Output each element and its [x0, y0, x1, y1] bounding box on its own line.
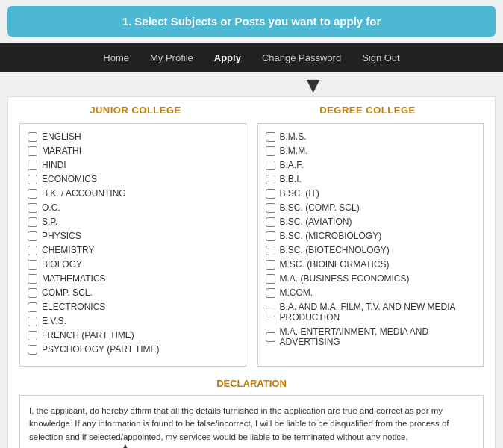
subject-checkbox[interactable] — [28, 260, 37, 270]
subject-checkbox[interactable] — [28, 345, 37, 355]
list-item: BIOLOGY — [28, 259, 238, 270]
subject-checkbox[interactable] — [266, 332, 275, 342]
list-item: PHYSICS — [28, 231, 238, 241]
list-item: S.P. — [28, 217, 238, 227]
navbar: Home My Profile Apply Change Password Si… — [0, 43, 503, 72]
subject-checkbox[interactable] — [28, 231, 37, 241]
list-item: B.SC. (MICROBIOLOGY) — [266, 231, 476, 241]
list-item: B.M.S. — [266, 131, 476, 142]
subject-checkbox[interactable] — [266, 161, 275, 170]
subject-checkbox[interactable] — [28, 302, 37, 312]
list-item: MARATHI — [28, 146, 238, 156]
list-item: B.B.I. — [266, 174, 476, 184]
list-item: ECONOMICS — [28, 174, 238, 184]
navbar-links: Home My Profile Apply Change Password Si… — [93, 45, 410, 71]
step1-label: 1. Select Subjects or Posts you want to … — [122, 15, 381, 28]
list-item: O.C. — [28, 202, 238, 213]
list-item: B.SC. (BIOTECHNOLOGY) — [266, 245, 476, 255]
list-item: PSYCHOLOGY (PART TIME) — [28, 344, 238, 355]
list-item: COMP. SCL. — [28, 287, 238, 298]
list-item: ENGLISH — [28, 131, 238, 142]
list-item: MATHEMATICS — [28, 273, 238, 284]
subject-checkbox[interactable] — [28, 274, 37, 284]
list-item: B.SC. (COMP. SCL) — [266, 202, 476, 213]
arrow-down-icon: ▼ — [123, 74, 503, 96]
subject-checkbox[interactable] — [28, 217, 37, 227]
subject-checkbox[interactable] — [28, 175, 37, 184]
nav-apply[interactable]: Apply — [204, 45, 251, 71]
list-item: B.SC. (AVIATION) — [266, 217, 476, 227]
list-item: B.A. AND M.A. FILM, T.V. AND NEW MEDIA P… — [266, 302, 476, 323]
subject-checkbox[interactable] — [266, 288, 275, 298]
declaration-title: DECLARATION — [19, 378, 484, 389]
list-item: M.SC. (BIOINFORMATICS) — [266, 259, 476, 270]
nav-my-profile[interactable]: My Profile — [140, 45, 204, 71]
subject-checkbox[interactable] — [266, 308, 275, 317]
subject-checkbox[interactable] — [266, 217, 275, 227]
list-item: B.A.F. — [266, 160, 476, 170]
subject-checkbox[interactable] — [28, 132, 37, 142]
list-item: ELECTRONICS — [28, 302, 238, 312]
subject-checkbox[interactable] — [28, 246, 37, 255]
list-item: B.M.M. — [266, 146, 476, 156]
nav-home[interactable]: Home — [93, 45, 140, 71]
subject-checkbox[interactable] — [28, 146, 37, 156]
list-item: E.V.S. — [28, 316, 238, 326]
subject-checkbox[interactable] — [28, 331, 37, 340]
subject-checkbox[interactable] — [28, 203, 37, 213]
list-item: B.SC. (IT) — [266, 188, 476, 199]
list-item: M.A. (BUSINESS ECONOMICS) — [266, 273, 476, 284]
declaration-box: I, the applicant, do hereby affirm that … — [19, 395, 484, 448]
subject-checkbox[interactable] — [266, 246, 275, 255]
subject-checkbox[interactable] — [28, 288, 37, 298]
degree-college-column: B.M.S. B.M.M. B.A.F. B.B.I. B.SC. (IT) B… — [257, 123, 484, 367]
list-item: FRENCH (PART TIME) — [28, 330, 238, 340]
subject-columns: ENGLISH MARATHI HINDI ECONOMICS B.K. / A… — [19, 123, 484, 367]
nav-sign-out[interactable]: Sign Out — [352, 45, 410, 71]
subject-checkbox[interactable] — [266, 146, 275, 156]
list-item: B.K. / ACCOUNTING — [28, 188, 238, 199]
subject-checkbox[interactable] — [28, 189, 37, 199]
list-item: M.A. ENTERTAINMENT, MEDIA AND ADVERTISIN… — [266, 326, 476, 347]
subject-checkbox[interactable] — [266, 260, 275, 270]
columns-header: JUNIOR COLLEGE DEGREE COLLEGE — [19, 105, 484, 116]
arrow-up-icon: ▲ — [116, 438, 135, 448]
degree-college-header: DEGREE COLLEGE — [251, 105, 484, 116]
declaration-section: DECLARATION I, the applicant, do hereby … — [19, 378, 484, 448]
subject-checkbox[interactable] — [266, 175, 275, 184]
list-item: CHEMISTRY — [28, 245, 238, 255]
nav-change-password[interactable]: Change Password — [251, 45, 352, 71]
subject-checkbox[interactable] — [266, 274, 275, 284]
main-content: JUNIOR COLLEGE DEGREE COLLEGE ENGLISH MA… — [7, 96, 496, 448]
junior-college-column: ENGLISH MARATHI HINDI ECONOMICS B.K. / A… — [19, 123, 246, 367]
subject-checkbox[interactable] — [266, 189, 275, 199]
junior-college-header: JUNIOR COLLEGE — [19, 105, 251, 116]
list-item: HINDI — [28, 160, 238, 170]
subject-checkbox[interactable] — [266, 231, 275, 241]
subject-checkbox[interactable] — [28, 161, 37, 170]
list-item: M.COM. — [266, 287, 476, 298]
subject-checkbox[interactable] — [28, 317, 37, 326]
subject-checkbox[interactable] — [266, 203, 275, 213]
declaration-text: I, the applicant, do hereby affirm that … — [29, 406, 449, 441]
subject-checkbox[interactable] — [266, 132, 275, 142]
step1-banner: 1. Select Subjects or Posts you want to … — [7, 6, 496, 37]
